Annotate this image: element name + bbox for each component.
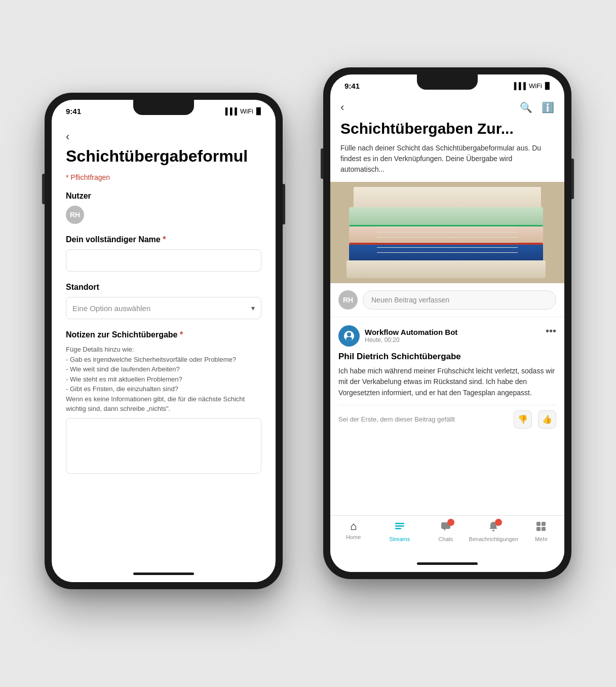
left-content: ‹ Schichtübergabeformul * Pflichtfragen … xyxy=(52,122,276,565)
right-status-icons: ▐▐▐ WiFi ▉ xyxy=(512,82,550,90)
post-card: Workflow Automation Bot Heute, 00:20 •••… xyxy=(330,317,564,434)
svg-marker-7 xyxy=(443,529,445,531)
battery-icon: ▉ xyxy=(545,82,550,90)
left-phone-inner: 9:41 ▐▐▐ WiFi ▉ ‹ Schichtübergabeformul … xyxy=(52,100,276,582)
svg-rect-9 xyxy=(536,522,541,526)
back-button[interactable]: ‹ xyxy=(66,130,69,143)
nav-item-home[interactable]: ⌂ Home xyxy=(330,521,376,540)
notizen-label: Notizen zur Schichtübergabe * xyxy=(66,330,261,339)
dislike-icon: 👎 xyxy=(518,414,528,424)
notizen-section: Notizen zur Schichtübergabe * Füge Detai… xyxy=(66,330,261,476)
nav-label-home: Home xyxy=(346,534,361,540)
left-notch xyxy=(133,100,194,115)
notizen-hint: Füge Details hinzu wie: - Gab es irgendw… xyxy=(66,345,261,414)
nav-label-notifications: Benachrichtigungen xyxy=(469,536,518,542)
nav-label-chats: Chats xyxy=(439,536,453,542)
page-line-2 xyxy=(377,247,517,248)
stream-title: Schichtübergaben Zur... xyxy=(330,120,564,143)
left-title: Schichtübergabeformul xyxy=(52,147,276,173)
page-line-3 xyxy=(377,242,517,243)
svg-rect-4 xyxy=(395,525,404,527)
right-header: ‹ 🔍 ℹ️ xyxy=(330,97,564,120)
stream-desc: Fülle nach deiner Schicht das Schichtübe… xyxy=(330,143,564,182)
compose-area: RH Neuen Beitrag verfassen xyxy=(330,283,564,317)
page-line-5 xyxy=(377,232,517,233)
full-name-req: * xyxy=(161,235,166,244)
right-back-button[interactable]: ‹ xyxy=(340,101,344,114)
search-icon[interactable]: 🔍 xyxy=(520,101,532,113)
svg-point-2 xyxy=(346,337,352,341)
dislike-button[interactable]: 👎 xyxy=(514,410,532,429)
standort-section: Standort Eine Option auswählen ▾ xyxy=(66,283,261,319)
right-phone: 9:41 ▐▐▐ WiFi ▉ ‹ 🔍 ℹ️ Schichtübergaben … xyxy=(323,67,571,579)
signal-icon: ▐▐▐ xyxy=(223,107,237,115)
svg-point-1 xyxy=(347,332,351,336)
standort-select[interactable]: Eine Option auswählen ▾ xyxy=(66,297,261,319)
left-status-time: 9:41 xyxy=(66,107,81,116)
compose-placeholder: Neuen Beitrag verfassen xyxy=(371,296,449,304)
right-home-bar xyxy=(417,562,478,565)
post-title: Phil Dietrich Schichtübergabe xyxy=(338,352,556,362)
post-author-name: Workflow Automation Bot xyxy=(365,328,457,336)
left-home-bar xyxy=(133,572,194,575)
right-notch xyxy=(417,74,478,90)
post-body: Ich habe mich während meiner Frühschicht… xyxy=(338,366,556,399)
nav-item-streams[interactable]: Streams xyxy=(376,521,422,542)
post-author-info: Workflow Automation Bot Heute, 00:20 xyxy=(365,328,457,343)
right-scrollable: Schichtübergaben Zur... Fülle nach deine… xyxy=(330,120,564,515)
right-status-time: 9:41 xyxy=(344,82,360,90)
standort-label: Standort xyxy=(66,283,261,292)
svg-rect-11 xyxy=(536,527,541,531)
chats-icon xyxy=(440,521,451,534)
nutzer-label: Nutzer xyxy=(66,192,261,201)
wifi-icon: WiFi xyxy=(240,107,253,115)
info-icon[interactable]: ℹ️ xyxy=(542,101,554,113)
compose-input[interactable]: Neuen Beitrag verfassen xyxy=(363,290,556,310)
right-header-icons: 🔍 ℹ️ xyxy=(520,101,554,113)
page-line-1 xyxy=(377,252,517,253)
compose-avatar: RH xyxy=(338,290,358,310)
like-button[interactable]: 👍 xyxy=(538,410,556,429)
right-home-indicator xyxy=(330,555,564,572)
home-icon: ⌂ xyxy=(350,521,357,532)
post-author-row: Workflow Automation Bot Heute, 00:20 xyxy=(338,325,457,347)
more-options-button[interactable]: ••• xyxy=(546,325,556,337)
avatar: RH xyxy=(66,206,84,224)
full-name-section: Dein vollständiger Name * xyxy=(66,235,261,272)
folder-2 xyxy=(349,243,543,263)
nav-label-more: Mehr xyxy=(535,536,548,542)
right-content: ‹ 🔍 ℹ️ Schichtübergaben Zur... Fülle nac… xyxy=(330,97,564,555)
folder-5 xyxy=(354,187,541,210)
svg-rect-10 xyxy=(542,522,546,526)
nav-item-notifications[interactable]: Benachrichtigungen xyxy=(469,521,518,542)
left-scrollable: * Pflichtfragen Nutzer RH Dein vollständ… xyxy=(52,173,276,565)
nav-item-chats[interactable]: Chats xyxy=(422,521,469,542)
notizen-req: * xyxy=(177,330,183,339)
standort-placeholder: Eine Option auswählen xyxy=(72,304,150,313)
full-name-label: Dein vollständiger Name * xyxy=(66,235,261,244)
streams-icon xyxy=(394,521,405,534)
left-home-indicator xyxy=(52,565,276,582)
chats-badge xyxy=(447,519,454,526)
battery-icon: ▉ xyxy=(256,107,261,115)
svg-rect-5 xyxy=(395,528,401,529)
post-footer: Sei der Erste, dem dieser Beitrag gefäll… xyxy=(338,405,556,434)
folder-1 xyxy=(346,260,546,278)
wifi-icon: WiFi xyxy=(529,82,542,90)
full-name-input[interactable] xyxy=(66,249,261,272)
left-header: ‹ xyxy=(52,122,276,147)
nutzer-section: Nutzer RH xyxy=(66,192,261,224)
post-like-text: Sei der Erste, dem dieser Beitrag gefäll… xyxy=(338,415,455,423)
stream-image xyxy=(330,182,564,283)
bot-avatar xyxy=(338,325,360,347)
nav-item-more[interactable]: Mehr xyxy=(518,521,564,542)
scene: 9:41 ▐▐▐ WiFi ▉ ‹ Schichtübergabeformul … xyxy=(29,27,587,660)
page-line-4 xyxy=(377,237,517,238)
notizen-textarea[interactable] xyxy=(66,418,261,474)
user-row: RH xyxy=(66,206,261,224)
post-time: Heute, 00:20 xyxy=(365,336,457,343)
bot-icon xyxy=(343,330,355,341)
page-line-6 xyxy=(377,227,517,227)
right-phone-inner: 9:41 ▐▐▐ WiFi ▉ ‹ 🔍 ℹ️ Schichtübergaben … xyxy=(330,74,564,572)
left-status-icons: ▐▐▐ WiFi ▉ xyxy=(223,107,261,115)
